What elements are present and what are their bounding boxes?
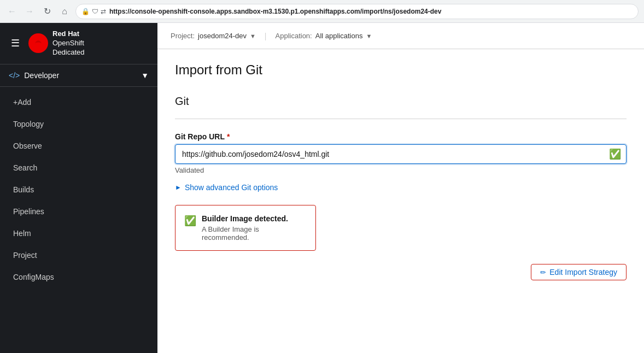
sidebar-item-pipelines[interactable]: Pipelines bbox=[0, 201, 157, 222]
git-url-input[interactable] bbox=[175, 144, 627, 164]
builder-title: Builder Image detected. bbox=[202, 214, 307, 223]
sidebar-item-add[interactable]: +Add bbox=[0, 91, 157, 113]
sidebar-item-builds[interactable]: Builds bbox=[0, 179, 157, 201]
edit-import-button[interactable]: ✏ Edit Import Strategy bbox=[531, 264, 627, 280]
git-url-label: Git Repo URL * bbox=[175, 132, 627, 141]
logo-text: Red Hat OpenShift Dedicated bbox=[52, 30, 85, 57]
hamburger-button[interactable]: ☰ bbox=[9, 35, 22, 51]
lock-icon: 🔒 bbox=[81, 8, 90, 15]
chevron-down-icon: ▼ bbox=[141, 71, 149, 80]
chevron-right-icon: ► bbox=[175, 184, 182, 191]
app-dropdown-icon: ▼ bbox=[366, 33, 372, 39]
sidebar-item-project[interactable]: Project bbox=[0, 244, 157, 266]
builder-subtitle: A Builder Image is recommended. bbox=[202, 225, 307, 242]
sidebar-item-configmaps[interactable]: ConfigMaps bbox=[0, 266, 157, 288]
swap-icon: ⇄ bbox=[101, 8, 106, 15]
sidebar: ☰ Red Hat OpenShift Dedicated </> bbox=[0, 23, 157, 353]
developer-icon: </> bbox=[9, 71, 20, 80]
shield-icon: 🛡 bbox=[92, 8, 98, 15]
validated-text: Validated bbox=[175, 166, 627, 174]
developer-label: Developer bbox=[24, 71, 59, 80]
page-content: Import from Git Git Git Repo URL * ✅ Val… bbox=[157, 49, 644, 353]
builder-text: Builder Image detected. A Builder Image … bbox=[202, 214, 307, 242]
security-icons: 🔒 🛡 ⇄ bbox=[81, 8, 106, 15]
home-button[interactable]: ⌂ bbox=[58, 5, 71, 18]
git-section-title: Git bbox=[175, 95, 627, 108]
sidebar-navigation: +Add Topology Observe Search Builds Pipe… bbox=[0, 87, 157, 292]
pencil-icon: ✏ bbox=[540, 268, 546, 276]
git-url-form-group: Git Repo URL * ✅ Validated bbox=[175, 132, 627, 174]
app-container: ☰ Red Hat OpenShift Dedicated </> bbox=[0, 23, 644, 353]
developer-switcher[interactable]: </> Developer ▼ bbox=[0, 64, 157, 87]
reload-button[interactable]: ↻ bbox=[40, 5, 54, 18]
forward-button[interactable]: → bbox=[23, 5, 36, 18]
top-bar: Project: josedom24-dev ▼ | Application: … bbox=[157, 23, 644, 49]
sidebar-item-helm[interactable]: Helm bbox=[0, 222, 157, 244]
page-title: Import from Git bbox=[175, 62, 627, 78]
builder-check-icon: ✅ bbox=[184, 215, 196, 227]
sidebar-header: ☰ Red Hat OpenShift Dedicated bbox=[0, 23, 157, 64]
address-bar[interactable]: 🔒 🛡 ⇄ https://console-openshift-console.… bbox=[75, 4, 639, 19]
git-url-input-wrapper: ✅ bbox=[175, 144, 627, 164]
required-indicator: * bbox=[227, 132, 230, 141]
redhat-hat-icon bbox=[33, 38, 44, 49]
builder-detected-box: ✅ Builder Image detected. A Builder Imag… bbox=[175, 205, 316, 251]
section-divider bbox=[175, 119, 627, 119]
advanced-git-link[interactable]: Show advanced Git options bbox=[185, 183, 278, 192]
project-dropdown-icon: ▼ bbox=[250, 33, 256, 39]
browser-chrome: ← → ↻ ⌂ 🔒 🛡 ⇄ https://console-openshift-… bbox=[0, 0, 644, 23]
app-selector[interactable]: Application: All applications ▼ bbox=[276, 32, 372, 40]
svg-point-1 bbox=[35, 43, 42, 45]
redhat-logo bbox=[28, 33, 48, 53]
validation-check-icon: ✅ bbox=[609, 148, 621, 160]
url-text: https://console-openshift-console.apps.s… bbox=[109, 8, 633, 15]
advanced-git-toggle[interactable]: ► Show advanced Git options bbox=[175, 183, 627, 192]
back-button[interactable]: ← bbox=[5, 5, 19, 18]
edit-import-area: ✏ Edit Import Strategy bbox=[175, 264, 627, 280]
project-selector[interactable]: Project: josedom24-dev ▼ bbox=[171, 32, 256, 40]
sidebar-item-topology[interactable]: Topology bbox=[0, 113, 157, 135]
main-content: Project: josedom24-dev ▼ | Application: … bbox=[157, 23, 644, 353]
sidebar-item-search[interactable]: Search bbox=[0, 157, 157, 179]
sidebar-item-observe[interactable]: Observe bbox=[0, 135, 157, 157]
logo-area: Red Hat OpenShift Dedicated bbox=[28, 30, 85, 57]
